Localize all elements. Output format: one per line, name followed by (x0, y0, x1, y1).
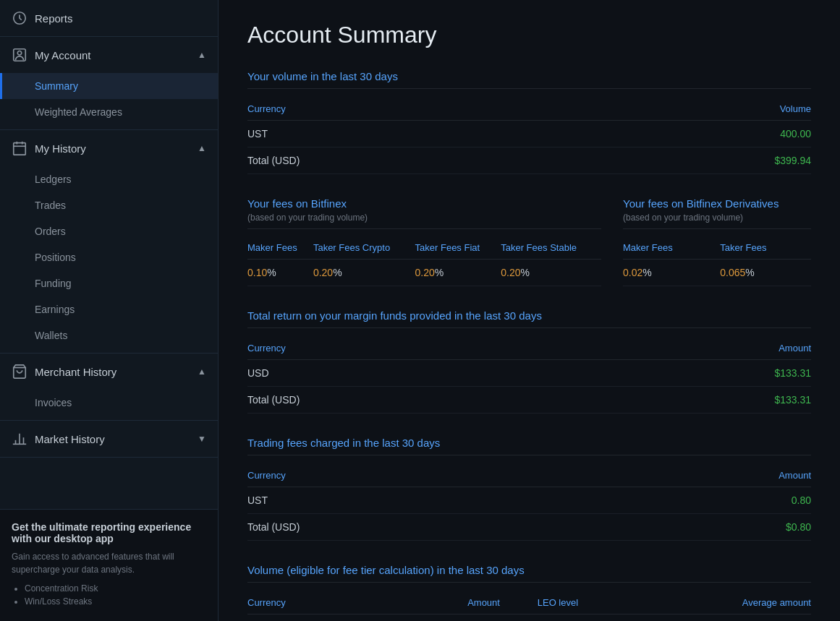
chevron-down-icon-market: ▼ (198, 434, 206, 444)
fees-bitfinex-heading: Your fees on Bitfinex (247, 197, 601, 210)
svg-rect-3 (14, 143, 26, 155)
taker-stable-col: Taker Fees Stable (501, 236, 601, 260)
margin-currency-total: Total (USD) (247, 387, 579, 414)
my-history-label: My History (35, 142, 86, 155)
volume-col-currency: Currency (247, 98, 579, 121)
table-row: UST 0.80 (247, 487, 811, 514)
sidebar: Reports My Account ▲ Summary Weighted Av… (0, 0, 219, 621)
my-history-sub-items: Ledgers Trades Orders Positions Funding … (0, 166, 218, 353)
merchant-history-label: Merchant History (35, 366, 116, 378)
deriv-maker-col: Maker Fees (623, 236, 720, 260)
sidebar-item-weighted-averages[interactable]: Weighted Averages (0, 99, 218, 125)
trading-fees-section: Trading fees charged in the last 30 days… (247, 437, 811, 541)
fees-derivatives-heading: Your fees on Bitfinex Derivatives (623, 197, 811, 210)
table-row: Total (USD) $133.31 (247, 387, 811, 414)
sidebar-item-earnings[interactable]: Earnings (0, 296, 218, 322)
sidebar-item-wallets[interactable]: Wallets (0, 322, 218, 348)
section-my-account: My Account ▲ Summary Weighted Averages (0, 37, 218, 130)
section-header-my-account[interactable]: My Account ▲ (0, 37, 218, 73)
vft-avg: 0 (616, 614, 811, 622)
chart-icon (12, 431, 27, 447)
page-title: Account Summary (247, 22, 811, 48)
sidebar-item-orders[interactable]: Orders (0, 218, 218, 244)
sidebar-promo: Get the ultimate reporting experience wi… (0, 509, 218, 621)
table-row: UST 400.00 (247, 121, 811, 147)
maker-fees-col: Maker Fees (247, 236, 313, 260)
taker-fiat-val: 0.20% (415, 260, 501, 286)
fees-derivatives: Your fees on Bitfinex Derivatives (based… (623, 197, 811, 286)
section-market-history: Market History ▼ (0, 421, 218, 458)
margin-table: Currency Amount USD $133.31 Total (USD) … (247, 337, 811, 414)
trading-currency: UST (247, 487, 595, 514)
margin-amount: $133.31 (579, 360, 811, 387)
table-row: Total (USD) $399.94 0 0 (247, 614, 811, 622)
my-account-label: My Account (35, 49, 91, 61)
section-header-merchant-history[interactable]: Merchant History ▲ (0, 354, 218, 390)
history-icon (12, 140, 27, 156)
cart-icon (12, 364, 27, 380)
taker-crypto-col: Taker Fees Crypto (313, 236, 415, 260)
fees-bitfinex-table: Maker Fees Taker Fees Crypto Taker Fees … (247, 236, 601, 286)
trading-amount: 0.80 (595, 487, 811, 514)
table-row: Total (USD) $399.94 (247, 147, 811, 174)
vft-col-leo: LEO level (500, 591, 616, 614)
maker-fee-val: 0.10% (247, 260, 313, 286)
sidebar-item-trades[interactable]: Trades (0, 192, 218, 218)
vft-col-avg: Average amount (616, 591, 811, 614)
promo-list-item-1: Concentration Risk (25, 583, 206, 594)
sidebar-item-summary[interactable]: Summary (0, 73, 218, 99)
currency-cell-total: Total (USD) (247, 147, 579, 174)
vft-leo: 0 (500, 614, 616, 622)
sidebar-item-funding[interactable]: Funding (0, 270, 218, 296)
vft-amount-total: $399.94 (396, 614, 500, 622)
section-merchant-history: Merchant History ▲ Invoices (0, 354, 218, 421)
volume-fee-tier-heading: Volume (eligible for fee tier calculatio… (247, 564, 811, 583)
volume-section: Your volume in the last 30 days Currency… (247, 70, 811, 174)
taker-fiat-col: Taker Fees Fiat (415, 236, 501, 260)
section-header-market-history[interactable]: Market History ▼ (0, 421, 218, 457)
volume-col-volume: Volume (579, 98, 811, 121)
vft-col-currency: Currency (247, 591, 396, 614)
main-content: Account Summary Your volume in the last … (219, 0, 840, 621)
volume-cell-total: $399.94 (579, 147, 811, 174)
margin-col-currency: Currency (247, 337, 579, 360)
volume-cell: 400.00 (579, 121, 811, 147)
trading-col-amount: Amount (595, 464, 811, 487)
clock-icon (12, 10, 27, 26)
volume-fee-tier-table: Currency Amount LEO level Average amount… (247, 591, 811, 621)
section-my-history: My History ▲ Ledgers Trades Orders Posit… (0, 130, 218, 354)
trading-fees-table: Currency Amount UST 0.80 Total (USD) $0.… (247, 464, 811, 541)
reports-label: Reports (35, 12, 73, 25)
trading-fees-heading: Trading fees charged in the last 30 days (247, 437, 811, 455)
sidebar-item-ledgers[interactable]: Ledgers (0, 166, 218, 192)
deriv-maker-val: 0.02% (623, 260, 720, 286)
margin-heading: Total return on your margin funds provid… (247, 309, 811, 328)
sidebar-item-invoices[interactable]: Invoices (0, 390, 218, 416)
sidebar-item-reports[interactable]: Reports (0, 0, 218, 37)
vft-col-amount: Amount (396, 591, 500, 614)
fees-derivatives-table: Maker Fees Taker Fees 0.02% 0.065% (623, 236, 811, 286)
fees-derivatives-sub: (based on your trading volume) (623, 213, 811, 229)
section-header-my-history[interactable]: My History ▲ (0, 130, 218, 166)
taker-stable-val: 0.20% (501, 260, 601, 286)
sidebar-item-positions[interactable]: Positions (0, 244, 218, 270)
volume-table: Currency Volume UST 400.00 Total (USD) $… (247, 98, 811, 174)
chevron-up-icon-merchant: ▲ (198, 367, 206, 377)
promo-title: Get the ultimate reporting experience wi… (12, 521, 206, 544)
taker-crypto-val: 0.20% (313, 260, 415, 286)
fees-section: Your fees on Bitfinex (based on your tra… (247, 197, 811, 286)
my-account-sub-items: Summary Weighted Averages (0, 73, 218, 129)
merchant-history-sub-items: Invoices (0, 390, 218, 420)
fees-bitfinex-sub: (based on your trading volume) (247, 213, 601, 229)
promo-list: Concentration Risk Win/Loss Streaks (12, 583, 206, 607)
volume-fee-tier-section: Volume (eligible for fee tier calculatio… (247, 564, 811, 621)
deriv-taker-col: Taker Fees (720, 236, 811, 260)
table-row: USD $133.31 (247, 360, 811, 387)
promo-description: Gain access to advanced features that wi… (12, 550, 206, 576)
chevron-up-icon: ▲ (198, 50, 206, 60)
table-row: 0.02% 0.065% (623, 260, 811, 286)
margin-section: Total return on your margin funds provid… (247, 309, 811, 414)
chevron-up-icon-history: ▲ (198, 143, 206, 153)
svg-point-2 (17, 51, 22, 56)
trading-col-currency: Currency (247, 464, 595, 487)
